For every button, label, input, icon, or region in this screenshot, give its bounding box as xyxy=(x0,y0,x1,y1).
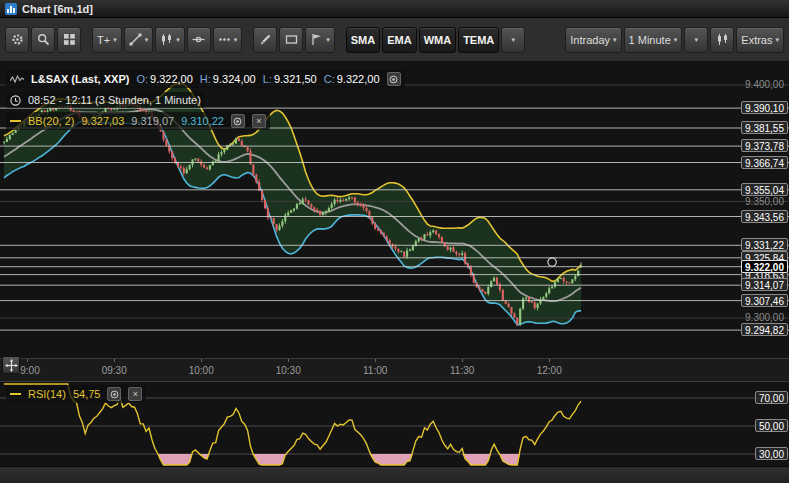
indicators-dropdown-button[interactable]: ▾ xyxy=(501,27,525,53)
caret-down-icon: ▾ xyxy=(113,36,117,43)
rsi-visibility-toggle[interactable] xyxy=(107,387,121,401)
rsi-color-swatch xyxy=(10,393,21,395)
ellipsis-icon xyxy=(218,33,231,46)
grid-icon xyxy=(63,33,76,46)
bottom-bar xyxy=(0,466,789,483)
chart-toolbar: T+ ▾ ▾ ▾ ▾ ▾ SMA EMA WMA xyxy=(0,18,789,62)
draw-tool-button[interactable] xyxy=(253,27,277,53)
rsi-scale-label: 70,00 xyxy=(755,391,788,404)
interval-options-button[interactable]: ▾ xyxy=(684,27,708,53)
caret-down-icon: ▾ xyxy=(613,36,617,43)
rsi-value: 54,75 xyxy=(73,388,101,400)
time-tick xyxy=(375,359,376,362)
interval-label: 1 Minute xyxy=(629,34,671,46)
price-line-label[interactable]: 9.381,55 xyxy=(741,121,788,134)
price-line-label[interactable]: 9.355,04 xyxy=(741,183,788,196)
caret-down-icon: ▾ xyxy=(326,36,330,43)
price-line-label[interactable]: 9.294,82 xyxy=(741,323,788,336)
price-line-label[interactable]: 9.373,78 xyxy=(741,139,788,152)
price-line-label[interactable]: 9.343,56 xyxy=(741,210,788,223)
text-tool-label: T+ xyxy=(97,34,110,46)
text-tool-button[interactable]: T+ ▾ xyxy=(92,27,122,53)
caret-down-icon: ▾ xyxy=(176,36,180,43)
pan-tool-button[interactable] xyxy=(2,356,20,374)
rsi-info-row: RSI(14) 54,75 × xyxy=(6,385,146,403)
rsi-close-button[interactable]: × xyxy=(128,387,142,401)
extras-label: Extras xyxy=(741,34,772,46)
crosshair-icon xyxy=(192,33,205,46)
chart-type-button[interactable]: ▾ xyxy=(155,27,185,53)
caret-down-icon: ▾ xyxy=(695,36,699,43)
price-line-label[interactable]: 9.314,07 xyxy=(741,278,788,291)
eye-icon xyxy=(389,75,398,84)
zoom-button[interactable] xyxy=(31,27,55,53)
timeframe-dropdown[interactable]: Intraday ▾ xyxy=(565,27,621,53)
time-label: 12:00 xyxy=(537,365,562,376)
interval-dropdown[interactable]: 1 Minute ▾ xyxy=(624,27,683,53)
price-line-label[interactable]: 9.307,46 xyxy=(741,294,788,307)
more-tools-button[interactable]: ▾ xyxy=(213,27,243,53)
chart-window: Chart [6m,1d] T+ ▾ ▾ ▾ ▾ xyxy=(0,0,789,483)
time-tick xyxy=(201,359,202,362)
time-axis[interactable]: 09:0009:3010:0010:3011:0011:3012:00 xyxy=(0,358,789,381)
magnifier-icon xyxy=(37,33,50,46)
title-bar: Chart [6m,1d] xyxy=(0,0,789,18)
ema-button[interactable]: EMA xyxy=(382,27,416,53)
time-label: 11:00 xyxy=(363,365,387,376)
crosshair-tool-button[interactable] xyxy=(187,27,211,53)
sma-button[interactable]: SMA xyxy=(346,27,380,53)
extras-dropdown[interactable]: Extras ▾ xyxy=(736,27,784,53)
time-label: 09:30 xyxy=(102,365,127,376)
shape-tool-button[interactable] xyxy=(279,27,303,53)
time-label: 11:30 xyxy=(450,365,474,376)
caret-down-icon: ▾ xyxy=(775,36,779,43)
time-label: 10:00 xyxy=(189,365,214,376)
eye-icon xyxy=(233,117,242,126)
timeframe-label: Intraday xyxy=(570,34,610,46)
caret-down-icon: ▾ xyxy=(145,36,149,43)
time-tick xyxy=(27,359,28,362)
trendline-tool-button[interactable]: ▾ xyxy=(124,27,154,53)
rsi-panel[interactable]: RSI(14) 54,75 × 70,0050,0030,00 xyxy=(0,381,789,466)
bb-close-button[interactable]: × xyxy=(252,114,266,128)
chart-type-icon xyxy=(160,33,173,46)
eye-icon xyxy=(110,390,119,399)
trendline-icon xyxy=(129,33,142,46)
circle-annotation[interactable] xyxy=(548,258,556,266)
rsi-label: RSI(14) xyxy=(28,388,66,400)
pencil-icon xyxy=(259,33,272,46)
rectangle-icon xyxy=(285,33,298,46)
main-chart-canvas[interactable] xyxy=(0,62,789,358)
caret-down-icon: ▾ xyxy=(512,36,516,43)
candlestick-icon xyxy=(716,33,729,46)
annotation-tool-button[interactable]: ▾ xyxy=(305,27,335,53)
window-title: Chart [6m,1d] xyxy=(22,3,93,15)
time-tick xyxy=(288,359,289,362)
current-price-label: 9.322,00 xyxy=(741,260,788,273)
time-tick xyxy=(549,359,550,362)
price-line-label[interactable]: 9.390,10 xyxy=(741,101,788,114)
rsi-oversold-fill xyxy=(4,454,581,465)
caret-down-icon: ▾ xyxy=(234,36,238,43)
price-line-label[interactable]: 9.366,74 xyxy=(741,156,788,169)
gear-icon xyxy=(11,33,24,46)
time-tick xyxy=(462,359,463,362)
move-arrows-icon xyxy=(5,359,18,372)
main-chart-panel[interactable]: 9.400,009.350,009.300,009.390,109.381,55… xyxy=(0,62,789,358)
chart-app-icon xyxy=(5,3,17,15)
series-visibility-toggle[interactable] xyxy=(387,72,401,86)
time-tick xyxy=(114,359,115,362)
bb-visibility-toggle[interactable] xyxy=(231,114,245,128)
settings-button[interactable] xyxy=(5,27,29,53)
flag-icon xyxy=(310,33,323,46)
price-line-label[interactable]: 9.331,22 xyxy=(741,238,788,251)
rsi-scale-label: 30,00 xyxy=(755,447,788,460)
rsi-scale-label: 50,00 xyxy=(755,419,788,432)
candle-style-button[interactable] xyxy=(710,27,734,53)
tema-button[interactable]: TEMA xyxy=(458,27,499,53)
caret-down-icon: ▾ xyxy=(674,36,678,43)
time-label: 10:30 xyxy=(276,365,301,376)
wma-button[interactable]: WMA xyxy=(419,27,457,53)
layout-grid-button[interactable] xyxy=(57,27,81,53)
